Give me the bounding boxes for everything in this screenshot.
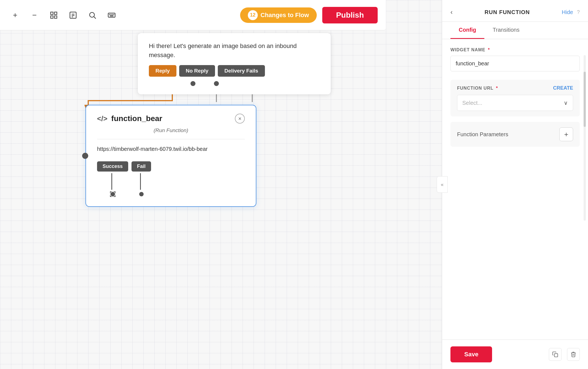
svg-point-11: [90, 12, 95, 17]
search-button[interactable]: [85, 8, 99, 22]
fit-screen-button[interactable]: [47, 8, 61, 22]
function-node: </> function_bear × (Run Function) https…: [85, 105, 256, 207]
delete-button[interactable]: [567, 348, 580, 361]
svg-rect-3: [51, 12, 53, 14]
function-url-label: FUNCTION URL *: [457, 86, 498, 91]
zoom-out-button[interactable]: −: [28, 8, 41, 22]
fail-button[interactable]: Fail: [131, 161, 151, 172]
reply-button[interactable]: Reply: [149, 65, 176, 77]
select-placeholder: Select...: [462, 100, 482, 106]
function-url-header: FUNCTION URL * CREATE: [457, 85, 573, 91]
svg-line-12: [94, 17, 96, 18]
svg-rect-4: [55, 12, 57, 14]
function-url-section: FUNCTION URL * CREATE Select... ∨: [450, 80, 580, 116]
success-group: Success: [97, 161, 128, 197]
keyboard-button[interactable]: [105, 8, 119, 22]
delivery-fails-button[interactable]: Delivery Fails: [218, 65, 265, 77]
function-url: https://timberwolf-marten-6079.twil.io/b…: [97, 145, 245, 153]
panel-tabs: Config Transitions: [442, 22, 588, 39]
changes-count: 12: [248, 10, 258, 20]
svg-point-20: [139, 192, 144, 197]
changes-text: Changes to Flow: [261, 12, 309, 19]
tab-transitions[interactable]: Transitions: [484, 22, 528, 39]
svg-rect-13: [108, 13, 115, 17]
scrollbar[interactable]: [584, 55, 586, 221]
function-node-subtitle: (Run Function): [97, 127, 245, 133]
panel-back-button[interactable]: ‹: [450, 8, 453, 16]
function-node-header: </> function_bear ×: [97, 114, 245, 124]
widget-name-input[interactable]: [450, 56, 580, 71]
function-node-input-dot: [82, 153, 88, 159]
widget-name-label: WIDGET NAME *: [450, 47, 580, 52]
success-dot: [110, 191, 116, 197]
widget-name-required: *: [488, 47, 490, 52]
right-panel: « ‹ RUN FUNCTION Hide ? Config Transitio…: [442, 0, 588, 369]
publish-button[interactable]: Publish: [322, 7, 378, 23]
function-node-name: function_bear: [111, 114, 162, 123]
function-url-dropdown[interactable]: Select... ∨: [457, 95, 573, 111]
svg-point-19: [110, 192, 115, 197]
create-link[interactable]: CREATE: [553, 85, 573, 91]
collapse-icon: «: [441, 182, 444, 188]
send-message-node: Hi there! Let's generate an image based …: [138, 33, 331, 94]
function-node-divider: [97, 139, 245, 139]
delivery-fails-dot: [214, 81, 219, 86]
panel-header: ‹ RUN FUNCTION Hide ?: [442, 0, 588, 22]
panel-title: RUN FUNCTION: [457, 9, 558, 15]
fail-group: Fail: [131, 161, 151, 198]
success-button[interactable]: Success: [97, 161, 128, 172]
save-button[interactable]: Save: [450, 346, 492, 362]
function-url-required: *: [496, 86, 498, 90]
svg-rect-21: [554, 354, 558, 357]
panel-footer: Save: [442, 339, 588, 369]
add-param-button[interactable]: +: [559, 127, 573, 141]
panel-hide-button[interactable]: Hide: [562, 9, 573, 15]
notes-button[interactable]: [66, 8, 80, 22]
no-reply-dot: [190, 81, 195, 86]
panel-content: WIDGET NAME * FUNCTION URL * CREATE Sele…: [442, 39, 588, 342]
tab-config[interactable]: Config: [450, 22, 484, 39]
send-message-buttons: Reply No Reply Delivery Fails: [149, 65, 320, 77]
function-node-close-button[interactable]: ×: [235, 114, 245, 124]
fail-dot: [139, 191, 144, 198]
function-params-section: Function Parameters +: [450, 122, 580, 147]
toolbar: + − 12 Changes to Flow Publ: [0, 0, 386, 30]
scrollbar-thumb[interactable]: [584, 72, 586, 127]
function-node-title: </> function_bear: [97, 114, 162, 123]
no-reply-button[interactable]: No Reply: [179, 65, 215, 77]
changes-to-flow-badge[interactable]: 12 Changes to Flow: [240, 7, 317, 23]
function-params-label: Function Parameters: [457, 131, 508, 138]
panel-help-icon[interactable]: ?: [577, 9, 580, 15]
zoom-in-button[interactable]: +: [8, 8, 22, 22]
svg-rect-5: [51, 16, 53, 18]
svg-rect-6: [55, 16, 57, 18]
code-icon: </>: [97, 114, 108, 123]
dropdown-chevron-icon: ∨: [564, 100, 568, 106]
collapse-panel-button[interactable]: «: [437, 176, 448, 193]
send-message-text: Hi there! Let's generate an image based …: [149, 41, 320, 60]
copy-button[interactable]: [549, 348, 562, 361]
